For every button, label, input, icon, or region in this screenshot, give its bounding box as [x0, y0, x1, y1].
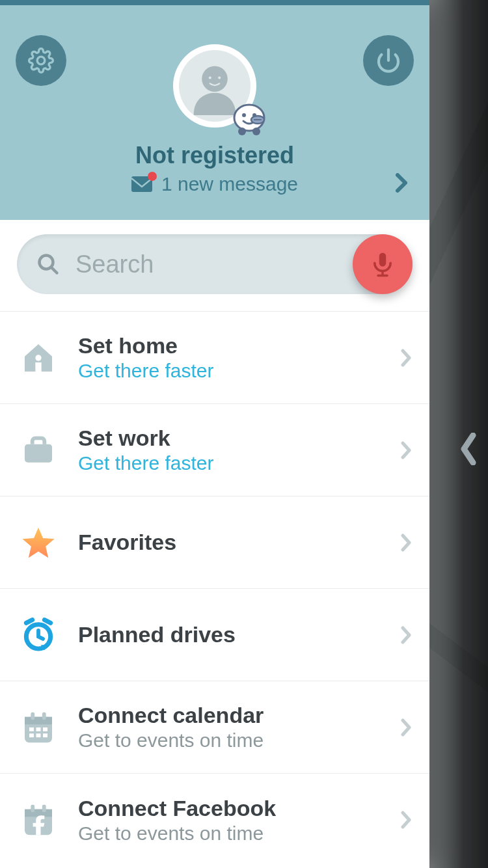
calendar-facebook-icon: [18, 802, 59, 838]
chevron-right-icon: [401, 349, 411, 367]
clock-icon: [18, 617, 59, 653]
messages-count-label: 1 new message: [161, 173, 298, 195]
notification-dot-icon: [148, 172, 157, 181]
item-title: Set home: [78, 333, 401, 359]
briefcase-icon: [18, 432, 59, 468]
item-title: Connect Facebook: [78, 796, 401, 821]
item-text: Connect Facebook Get to events on time: [78, 796, 401, 845]
favorites-item[interactable]: Favorites: [0, 496, 429, 589]
search-input[interactable]: Search: [17, 234, 413, 294]
chevron-right-icon: [401, 441, 411, 459]
connect-facebook-item[interactable]: Connect Facebook Get to events on time: [0, 774, 429, 866]
messages-row[interactable]: 1 new message: [0, 173, 429, 195]
envelope-icon: [131, 176, 152, 192]
search-placeholder: Search: [75, 251, 154, 278]
svg-rect-25: [43, 727, 47, 731]
svg-rect-30: [25, 809, 52, 817]
gear-icon: [28, 47, 54, 74]
svg-rect-26: [29, 733, 34, 737]
item-text: Set work Get there faster: [78, 426, 401, 474]
profile-header[interactable]: Not registered 1 new message: [0, 5, 429, 220]
search-section: Search: [0, 220, 429, 312]
planned-drives-item[interactable]: Planned drives: [0, 589, 429, 681]
svg-rect-31: [31, 805, 34, 813]
svg-rect-13: [379, 253, 386, 267]
item-title: Favorites: [78, 530, 401, 555]
svg-rect-22: [42, 712, 46, 720]
item-text: Planned drives: [78, 622, 401, 647]
svg-rect-27: [36, 733, 41, 737]
svg-rect-20: [25, 716, 52, 724]
chevron-right-icon: [396, 173, 407, 193]
registration-status: Not registered: [0, 142, 429, 169]
chevron-right-icon: [401, 718, 411, 737]
set-home-item[interactable]: Set home Get there faster: [0, 312, 429, 404]
chevron-right-icon: [401, 534, 411, 552]
svg-point-1: [209, 76, 211, 79]
svg-rect-32: [42, 805, 46, 813]
svg-point-7: [252, 128, 260, 135]
item-text: Connect calendar Get to events on time: [78, 703, 401, 752]
collapse-panel-handle[interactable]: [455, 426, 481, 472]
svg-rect-28: [43, 733, 47, 737]
svg-rect-17: [25, 444, 52, 462]
svg-line-12: [51, 267, 57, 273]
power-button[interactable]: [363, 35, 414, 86]
voice-search-button[interactable]: [353, 234, 413, 294]
microphone-icon: [369, 251, 396, 278]
item-title: Connect calendar: [78, 703, 401, 728]
svg-rect-21: [31, 712, 34, 720]
calendar-icon: [18, 709, 59, 746]
svg-point-2: [218, 76, 221, 79]
item-subtitle: Get there faster: [78, 452, 401, 474]
set-work-item[interactable]: Set work Get there faster: [0, 404, 429, 496]
item-title: Planned drives: [78, 622, 401, 647]
chevron-right-icon: [401, 811, 411, 829]
avatar[interactable]: [173, 44, 256, 128]
svg-rect-24: [36, 727, 41, 731]
connect-calendar-item[interactable]: Connect calendar Get to events on time: [0, 681, 429, 774]
search-icon: [36, 252, 60, 276]
item-subtitle: Get to events on time: [78, 729, 401, 752]
item-subtitle: Get to events on time: [78, 822, 401, 845]
svg-rect-23: [29, 727, 34, 731]
home-icon: [18, 340, 59, 376]
menu-list: Set home Get there faster Set work Get t…: [0, 312, 429, 868]
item-text: Set home Get there faster: [78, 333, 401, 382]
chevron-right-icon: [401, 626, 411, 644]
item-subtitle: Get there faster: [78, 360, 401, 382]
svg-point-4: [242, 113, 246, 117]
star-icon: [18, 524, 59, 561]
waze-mascot-icon: [230, 102, 268, 139]
svg-point-6: [238, 128, 246, 135]
power-icon: [375, 47, 401, 74]
svg-point-0: [202, 66, 228, 92]
svg-point-16: [35, 355, 41, 360]
item-text: Favorites: [78, 530, 401, 555]
settings-button[interactable]: [16, 35, 66, 86]
side-panel: Not registered 1 new message Search: [0, 0, 429, 868]
item-title: Set work: [78, 426, 401, 451]
